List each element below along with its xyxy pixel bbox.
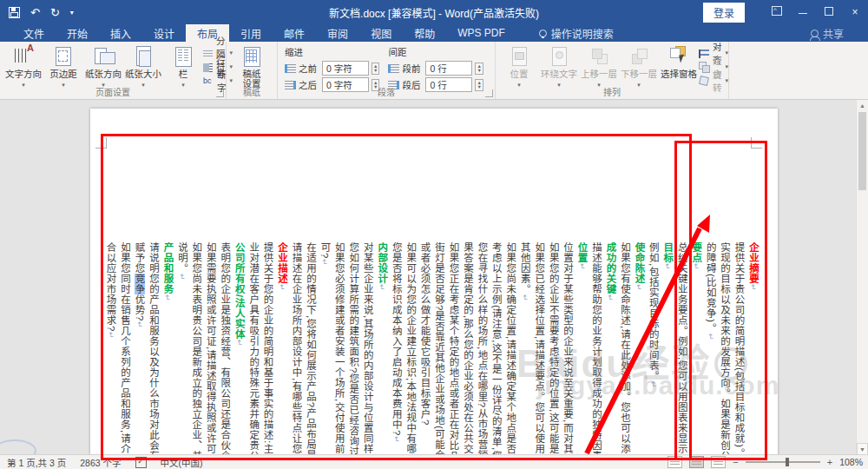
- vertical-text-columns[interactable]: 企业摘要↵提供关于贵公司的简明描述(包括目标和成就)。例如,如果贵公司已成立,实…: [103, 242, 760, 469]
- paragraph-mark: ↵: [278, 284, 286, 291]
- text-column: 如果您正在考虑某个特定的地点或者正在对比几个地点,下面几点可能很有: [446, 242, 460, 469]
- text-column: 对某些企业来说,其场所的内部设计与位置同样重要。如果对您的企业很重: [360, 242, 374, 469]
- button-上移一层: 上移一层▾: [579, 43, 619, 89]
- tab-开始[interactable]: 开始: [56, 24, 99, 42]
- tell-me-label: 操作说明搜索: [551, 26, 614, 41]
- paragraph-mark: ↵: [320, 259, 329, 266]
- button-下移一层: 下移一层▾: [619, 43, 659, 89]
- tab-插入[interactable]: 插入: [99, 24, 142, 42]
- ribbon-tab-row: 文件开始插入设计布局引用邮件审阅视图帮助WPS PDF 操作说明搜索 共享: [0, 24, 868, 42]
- zoom-level[interactable]: 108%: [839, 457, 863, 467]
- spell-check-icon[interactable]: ✓: [135, 457, 147, 468]
- tab-引用[interactable]: 引用: [229, 24, 273, 42]
- dialog-launcher-icon[interactable]: [216, 89, 224, 97]
- share-button[interactable]: 共享: [811, 24, 844, 42]
- section-heading: 要点↵: [689, 242, 703, 469]
- paragraph-mark: ↵: [392, 436, 401, 443]
- scroll-up-icon[interactable]: ▲: [859, 100, 865, 110]
- section-heading: 企业描述↵: [275, 242, 289, 469]
- paragraph-mark: ↵: [692, 263, 700, 270]
- restore-icon[interactable]: [816, 6, 842, 18]
- text-column: 请说明您的产品和服务以及为什么市场对此会有需求。潜在市场有哪些?您: [147, 242, 161, 469]
- section-heading: 使命陈述↵: [632, 242, 646, 469]
- button-纸张方向[interactable]: 纸张方向▾: [83, 43, 123, 89]
- spinner[interactable]: ▲▼: [372, 63, 379, 75]
- spacing-title: 间距: [388, 45, 483, 58]
- page-indicator[interactable]: 第 1 页,共 3 页: [7, 456, 66, 469]
- scrollbar-thumb[interactable]: [858, 112, 866, 190]
- group-arrange: 位置▾环绕文字▾上移一层▾下移一层▾选择窗格 对齐▾组合▾旋转▾ 排列: [496, 42, 729, 99]
- paragraph-mark: ↵: [107, 332, 115, 339]
- redo-icon[interactable]: ↻: [50, 7, 60, 18]
- save-icon[interactable]: [9, 7, 20, 18]
- button-页边距[interactable]: 页边距▾: [43, 43, 83, 89]
- button-文字方向[interactable]: 文字方向▾: [3, 43, 43, 89]
- paragraph-mark: ↵: [135, 321, 144, 328]
- zoom-in-icon[interactable]: +: [827, 457, 832, 467]
- language-indicator[interactable]: 中文(中国): [161, 456, 203, 469]
- margin-crop-mark: [95, 137, 107, 149]
- text-column: 描述能够帮助您的业务计划取得成功的独特因素。↵: [589, 242, 603, 469]
- paragraph-mark: ↵: [635, 284, 643, 291]
- text-column: 可?↵: [318, 242, 332, 469]
- tab-文件[interactable]: 文件: [12, 24, 56, 42]
- tab-WPS PDF[interactable]: WPS PDF: [446, 24, 516, 42]
- vertical-scrollbar[interactable]: ▲ ▼: [856, 100, 868, 455]
- text-column: 如果可以为您的企业建立标识;本地法规中有哪些规定;您的标识是否醒目: [404, 242, 418, 469]
- group-label-arrange: 排列: [496, 85, 728, 98]
- text-column: 合以应对市场需求?↵: [103, 242, 117, 469]
- text-column: 如果您的企业不需要考虑特定的位置,这可能是一个优势,应在此处明确说: [546, 242, 560, 469]
- tab-视图[interactable]: 视图: [359, 24, 403, 42]
- tell-me-search[interactable]: 操作说明搜索: [539, 24, 614, 42]
- section-heading: 内部设计↵: [375, 242, 389, 469]
- text-column: 其他因素。↵: [517, 242, 531, 469]
- button-栏[interactable]: 栏▾: [163, 43, 203, 89]
- ribbon-display-options-icon[interactable]: [764, 6, 790, 18]
- indent-title: 缩进: [285, 45, 379, 58]
- paragraph-mark: ↵: [749, 284, 758, 291]
- person-icon: [811, 30, 819, 37]
- tab-邮件[interactable]: 邮件: [273, 24, 316, 42]
- section-heading: 成功的关键↵: [603, 242, 617, 469]
- paragraph-mark: ↵: [663, 263, 672, 270]
- field-value[interactable]: 0 行: [425, 61, 472, 76]
- field-value[interactable]: 0 字符: [322, 61, 369, 76]
- scroll-down-icon[interactable]: ▼: [857, 443, 868, 455]
- spinner[interactable]: ▲▼: [475, 63, 483, 75]
- status-bar: 第 1 页,共 3 页 2863 个字 ✓ 中文(中国) − + 108%: [0, 454, 868, 469]
- manuscript-setup-button[interactable]: 稿纸设置: [232, 43, 272, 89]
- group-paragraph: 缩进 之前0 字符▲▼之后0 字符▲▼ 间距 段前0 行▲▼段后0 行▲▼ 段落: [278, 42, 496, 99]
- zoom-slider[interactable]: [746, 461, 820, 463]
- button-纸张大小[interactable]: 纸张大小▾: [123, 43, 163, 89]
- lightbulb-icon: [539, 30, 547, 37]
- text-column: 如果您已经选择位置,请描述要点。您可以使用下一项中概括的因素作为参: [532, 242, 546, 469]
- group-label-paragraph: 段落: [278, 85, 495, 98]
- text-column: 您如何计算所需的建筑面积?您是否已经咨询过改善商店气氛的设计人员?: [346, 242, 360, 469]
- tab-审阅[interactable]: 审阅: [316, 24, 359, 42]
- share-label: 共享: [823, 26, 844, 41]
- dialog-launcher-icon[interactable]: [485, 89, 493, 97]
- web-layout-icon[interactable]: [711, 456, 726, 468]
- text-column: 如果您尚未确定位置,请描述确定某个地点是否适合您的企业的主要标准。: [503, 242, 517, 469]
- text-column: 的障碍(比如竞争)。↵: [703, 242, 717, 469]
- tab-帮助[interactable]: 帮助: [403, 24, 446, 42]
- zoom-out-icon[interactable]: −: [733, 457, 738, 467]
- button-选择窗格[interactable]: 选择窗格: [659, 43, 699, 89]
- print-layout-icon[interactable]: [689, 456, 704, 468]
- paragraph-mark: ↵: [163, 294, 172, 301]
- paragraph-mark: ↵: [707, 334, 715, 340]
- text-column: 位置对于某些类型的企业来说至关重要,而对其他类型的企业而言则不是。: [561, 242, 575, 469]
- text-column: 您是否将标识成本纳入了启动成本费用中?↵: [389, 242, 403, 469]
- customize-qat-icon[interactable]: ▾: [70, 9, 74, 17]
- zoom-slider-thumb[interactable]: [786, 458, 789, 466]
- ribbon: 文字方向▾页边距▾纸张方向▾纸张大小▾栏▾ 分隔符▾行号▾断字▾ 页面设置 稿纸…: [0, 42, 868, 100]
- tab-设计[interactable]: 设计: [142, 24, 186, 42]
- word-count[interactable]: 2863 个字: [80, 456, 121, 469]
- close-icon[interactable]: ×: [842, 6, 868, 18]
- minimize-icon[interactable]: [790, 6, 816, 18]
- section-heading: 位置↵: [575, 242, 589, 469]
- read-mode-icon[interactable]: [667, 456, 682, 468]
- login-button[interactable]: 登录: [703, 3, 745, 23]
- undo-icon[interactable]: ↶: [30, 7, 40, 18]
- window-controls: 登录 ×: [703, 0, 868, 24]
